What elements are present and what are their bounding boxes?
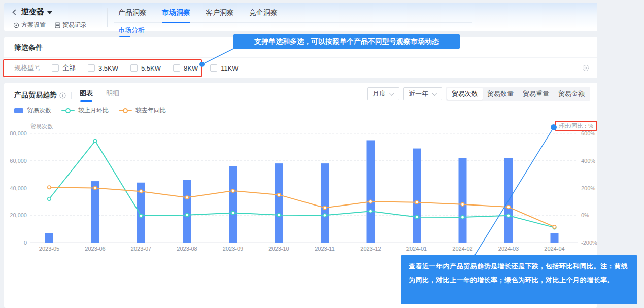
svg-text:0: 0	[24, 239, 27, 246]
tab-competitor-insight[interactable]: 竞企洞察	[249, 8, 278, 22]
checkbox-5-5kw[interactable]: 5.5KW	[130, 64, 161, 72]
tab-market-insight[interactable]: 市场洞察	[162, 8, 190, 23]
svg-text:600%: 600%	[581, 130, 595, 136]
svg-text:2023-12: 2023-12	[360, 246, 381, 252]
svg-text:0%: 0%	[581, 212, 589, 218]
checkbox-label: 8KW	[184, 64, 198, 72]
plan-settings-label: 方案设置	[21, 21, 46, 29]
svg-text:2023-11: 2023-11	[315, 246, 335, 252]
header-tabs-area: 产品洞察 市场洞察 客户洞察 竞企洞察 市场分析	[114, 3, 472, 37]
svg-text:2024-01: 2024-01	[406, 246, 427, 252]
checkbox-icon[interactable]	[88, 64, 95, 72]
filter-title: 筛选条件	[14, 43, 43, 52]
header-divider	[107, 8, 108, 27]
tab-customer-insight[interactable]: 客户洞察	[206, 8, 234, 22]
svg-text:贸易次数: 贸易次数	[30, 123, 53, 129]
svg-text:2024-04: 2024-04	[544, 246, 564, 252]
market-insight-page: 逆变器 方案设置 贸易记录 产品洞察 市场洞察 客户洞察 竞企洞察	[0, 0, 644, 308]
checkbox-label: 11KW	[221, 64, 238, 72]
checkbox-label: 全部	[62, 63, 76, 73]
filter-callout: 支持单选和多选，可以按照单个产品不同型号观察市场动态	[233, 34, 460, 49]
trade-records-link[interactable]: 贸易记录	[55, 21, 87, 29]
checkbox-8kw[interactable]: 8KW	[173, 64, 198, 72]
svg-text:2023-05: 2023-05	[39, 246, 59, 252]
svg-text:-200%: -200%	[581, 239, 597, 246]
header-links: 方案设置 贸易记录	[13, 21, 87, 29]
checkbox-icon[interactable]	[173, 64, 180, 72]
svg-text:2024-02: 2024-02	[452, 246, 472, 252]
product-selector-area: 逆变器 方案设置 贸易记录	[13, 7, 87, 29]
svg-text:20,000: 20,000	[10, 212, 27, 218]
svg-text:400%: 400%	[581, 158, 595, 164]
plan-settings-link[interactable]: 方案设置	[13, 21, 46, 29]
target-icon	[13, 22, 19, 28]
dropdown-caret-icon[interactable]	[47, 11, 52, 14]
svg-text:80,000: 80,000	[10, 130, 27, 136]
checkbox-all[interactable]: 全部	[52, 63, 76, 73]
product-name[interactable]: 逆变器	[21, 7, 44, 17]
svg-text:2023-09: 2023-09	[223, 246, 243, 252]
svg-text:2023-06: 2023-06	[85, 246, 105, 252]
svg-text:2023-07: 2023-07	[131, 246, 151, 252]
main-tabs: 产品洞察 市场洞察 客户洞察 竞企洞察	[114, 3, 472, 23]
spec-model-row: 规格型号 全部 3.5KW 5.5KW 8KW 11KW	[14, 63, 251, 73]
tab-product-insight[interactable]: 产品洞察	[118, 8, 147, 22]
subtab-market-analysis[interactable]: 市场分析	[118, 26, 145, 37]
checkbox-icon[interactable]	[130, 64, 138, 72]
checkbox-label: 5.5KW	[141, 64, 161, 72]
divider	[4, 57, 597, 58]
checkbox-label: 3.5KW	[98, 64, 118, 72]
document-icon	[55, 22, 60, 28]
svg-text:200%: 200%	[581, 185, 595, 191]
svg-text:60,000: 60,000	[10, 158, 27, 164]
svg-text:2023-08: 2023-08	[177, 246, 197, 252]
back-chevron-icon[interactable]	[12, 9, 18, 15]
spec-model-label: 规格型号	[14, 63, 41, 73]
checkbox-icon[interactable]	[52, 64, 59, 72]
trend-callout: 查看近一年内产品贸易趋势是增长还是下跌，包括环比和同比。注：黄线为同比，对比上一…	[401, 255, 637, 304]
checkbox-icon[interactable]	[210, 64, 217, 72]
checkbox-11kw[interactable]: 11KW	[210, 64, 238, 72]
trade-records-label: 贸易记录	[62, 21, 87, 29]
svg-text:40,000: 40,000	[10, 185, 27, 191]
checkbox-3-5kw[interactable]: 3.5KW	[88, 64, 118, 72]
page-header: 逆变器 方案设置 贸易记录 产品洞察 市场洞察 客户洞察 竞企洞察	[4, 3, 597, 31]
svg-text:2024-03: 2024-03	[498, 246, 519, 252]
settings-icon[interactable]	[582, 64, 589, 74]
svg-text:2023-10: 2023-10	[268, 246, 289, 252]
product-selector[interactable]: 逆变器	[13, 7, 87, 17]
